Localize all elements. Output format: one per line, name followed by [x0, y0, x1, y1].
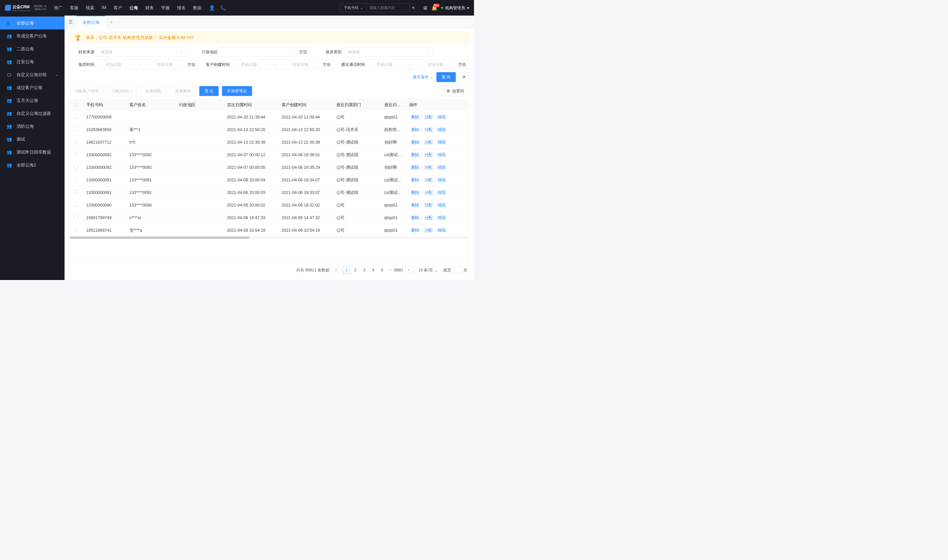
sidebar-item-7[interactable]: 👥自定义公海过滤器	[0, 107, 65, 120]
pager-jump-input[interactable]	[452, 266, 462, 274]
sidebar-item-5[interactable]: 👥成交客户公海	[0, 81, 65, 94]
row-checkbox[interactable]	[74, 190, 78, 194]
row-op-删除[interactable]: 删除	[409, 139, 422, 145]
pager-prev[interactable]: ‹	[332, 266, 340, 274]
h-scrollbar[interactable]	[70, 237, 469, 239]
filter-source-select[interactable]: 请选择⌄	[97, 47, 186, 57]
row-op-分配[interactable]: 分配	[422, 139, 435, 145]
row-op-分配[interactable]: 分配	[422, 152, 435, 157]
sidebar-item-11[interactable]: 👥全部公海2	[0, 158, 65, 171]
monitor-icon[interactable]: 🖥	[422, 5, 427, 11]
tabs-toggle-icon[interactable]: ☰	[66, 17, 75, 26]
row-op-领取[interactable]: 领取	[436, 215, 448, 220]
call-date-range[interactable]: 开始日期~结束日期	[368, 60, 452, 69]
create-date-range[interactable]: 开始日期~结束日期	[232, 60, 317, 69]
assign-dept-button[interactable]: 分配到部门	[107, 86, 137, 96]
nav-item-6[interactable]: 财务	[145, 4, 155, 12]
sidebar-item-0[interactable]: 👥全部公海	[0, 17, 65, 29]
scroll-thumb[interactable]	[70, 237, 249, 239]
nav-item-2[interactable]: 线索	[85, 4, 95, 12]
batch-delete-button[interactable]: 批量删除	[170, 86, 196, 96]
row-op-分配[interactable]: 分配	[422, 202, 435, 208]
row-op-领取[interactable]: 领取	[436, 152, 448, 157]
row-op-领取[interactable]: 领取	[436, 202, 448, 208]
expand-filters-link[interactable]: 展开条件 ⌄	[413, 74, 433, 80]
select-all-checkbox[interactable]	[74, 102, 78, 106]
row-op-删除[interactable]: 删除	[409, 165, 422, 170]
tab-active[interactable]: 全部公海	[77, 15, 106, 28]
row-op-分配[interactable]: 分配	[422, 177, 435, 183]
row-op-领取[interactable]: 领取	[436, 114, 448, 120]
nav-item-4[interactable]: 客户	[113, 4, 123, 12]
nav-item-1[interactable]: 客服	[69, 4, 79, 12]
page-1[interactable]: 1	[343, 266, 350, 274]
row-op-删除[interactable]: 删除	[409, 202, 422, 208]
abandon-empty-button[interactable]: 空值	[184, 60, 198, 69]
row-op-分配[interactable]: 分配	[422, 165, 435, 170]
batch-take-button[interactable]: 批量领取	[140, 86, 166, 96]
user-menu[interactable]: 机构管理员 ▾	[441, 5, 469, 11]
nav-item-5[interactable]: 公海	[129, 4, 139, 12]
row-checkbox[interactable]	[74, 127, 78, 131]
row-op-领取[interactable]: 领取	[436, 177, 448, 183]
nav-item-8[interactable]: 报名	[176, 4, 186, 12]
row-checkbox[interactable]	[74, 228, 78, 232]
region-empty-button[interactable]: 空值	[296, 47, 310, 57]
query-button[interactable]: 查 询	[437, 72, 456, 82]
sidebar-item-4[interactable]: ▢自定义公海分组⌄	[0, 68, 65, 81]
pager-size-select[interactable]: 10 条/页⌄	[416, 266, 440, 274]
user-add-icon[interactable]: 👤	[209, 5, 215, 11]
refresh-button[interactable]: ⟳	[459, 72, 469, 82]
nav-item-0[interactable]: 推广	[53, 4, 63, 12]
search-button[interactable]: 🔍	[410, 4, 419, 12]
row-op-领取[interactable]: 领取	[436, 228, 448, 233]
sidebar-item-3[interactable]: 👥注安公海	[0, 55, 65, 68]
sidebar-item-6[interactable]: 👥五月天公海	[0, 94, 65, 107]
page-2[interactable]: 2	[351, 266, 359, 274]
row-op-领取[interactable]: 领取	[436, 165, 448, 170]
row-op-删除[interactable]: 删除	[409, 127, 422, 132]
assign-manager-button[interactable]: 分配客户经理	[69, 86, 104, 96]
row-op-分配[interactable]: 分配	[422, 215, 435, 220]
search-input[interactable]	[367, 4, 410, 12]
phone-icon[interactable]: 📞	[220, 5, 226, 11]
row-checkbox[interactable]	[74, 177, 78, 182]
column-settings-button[interactable]: ⚙设置列	[441, 86, 469, 96]
nav-item-3[interactable]: IM	[101, 4, 107, 12]
row-checkbox[interactable]	[74, 114, 78, 118]
sidebar-item-10[interactable]: 👥测试昨日回库数据	[0, 146, 65, 158]
row-checkbox[interactable]	[74, 140, 78, 144]
row-op-领取[interactable]: 领取	[436, 190, 448, 195]
row-op-删除[interactable]: 删除	[409, 152, 422, 157]
search-type-select[interactable]: 手机号码 ⌄	[341, 4, 367, 12]
nav-item-7[interactable]: 学服	[160, 4, 171, 12]
row-checkbox[interactable]	[74, 215, 78, 219]
row-op-删除[interactable]: 删除	[409, 215, 422, 220]
bell-icon[interactable]: 🔔99+	[431, 5, 438, 11]
abandon-date-range[interactable]: 开始日期~结束日期	[97, 60, 182, 69]
row-op-删除[interactable]: 删除	[409, 190, 422, 195]
row-op-删除[interactable]: 删除	[409, 228, 422, 233]
pager-last[interactable]: 6882	[395, 266, 402, 274]
row-op-删除[interactable]: 删除	[409, 177, 422, 183]
row-op-领取[interactable]: 领取	[436, 139, 448, 145]
call-empty-button[interactable]: 空值	[455, 60, 469, 69]
sidebar-item-8[interactable]: 👥消防公海	[0, 120, 65, 133]
row-op-分配[interactable]: 分配	[422, 114, 435, 120]
nav-item-9[interactable]: 数据	[192, 4, 202, 12]
row-checkbox[interactable]	[74, 165, 78, 169]
sidebar-item-1[interactable]: 👥非成交客户公海	[0, 29, 65, 42]
row-op-领取[interactable]: 领取	[436, 127, 448, 132]
sidebar-item-2[interactable]: 👥二咨公海	[0, 42, 65, 55]
sidebar-item-9[interactable]: 👥测试	[0, 133, 65, 146]
export-button[interactable]: 导 出	[199, 86, 219, 96]
row-op-删除[interactable]: 删除	[409, 114, 422, 120]
row-op-分配[interactable]: 分配	[422, 127, 435, 132]
row-checkbox[interactable]	[74, 203, 78, 206]
row-op-分配[interactable]: 分配	[422, 190, 435, 195]
filter-region-select[interactable]: ⌄	[220, 47, 293, 57]
create-empty-button[interactable]: 空值	[319, 60, 334, 69]
pager-next[interactable]: ›	[405, 266, 412, 274]
page-3[interactable]: 3	[360, 266, 368, 274]
export-plain-button[interactable]: 不加密导出	[222, 86, 252, 96]
